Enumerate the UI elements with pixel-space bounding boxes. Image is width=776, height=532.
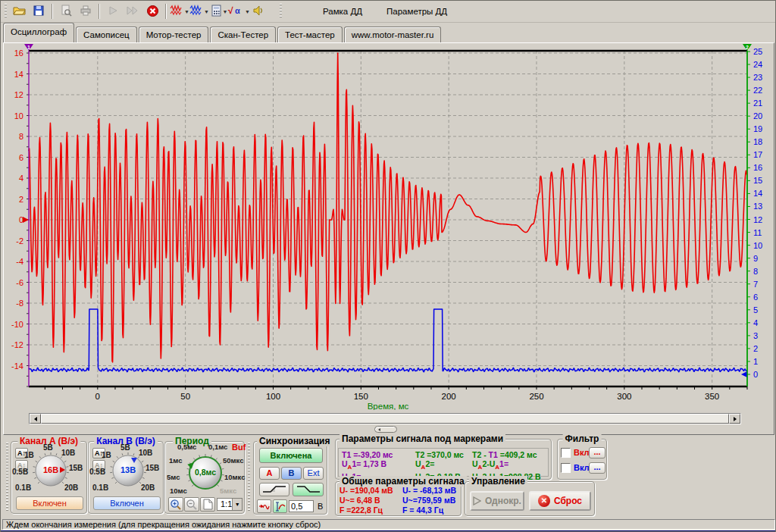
axis-b-tick-label: 3 [753, 331, 758, 340]
channel-a-knob-pointer [60, 467, 65, 473]
dd-params-button[interactable]: Параметры ДД [379, 5, 455, 18]
speaker-icon [252, 5, 264, 18]
axis-a-tick-label: -6 [16, 278, 23, 287]
channel-b-knob-pointer [131, 458, 137, 463]
sound-button[interactable] [249, 2, 268, 20]
filter-b-more-button[interactable]: ... [589, 462, 605, 474]
sync-source-a-button[interactable]: A [259, 467, 280, 480]
rising-edge-icon [261, 483, 288, 494]
tab-test-master[interactable]: Тест-мастер [277, 27, 343, 42]
channel-b-enabled-button[interactable]: Включен [93, 496, 161, 510]
save-button[interactable] [30, 2, 48, 20]
new-page-button[interactable] [200, 497, 215, 512]
axis-b: 0123456789101112131415161718192021222324… [741, 47, 762, 386]
fast-forward-button[interactable] [124, 2, 142, 20]
axis-x-tick-label: 50 [180, 392, 190, 401]
axis-b-tick-label: 13 [753, 202, 762, 211]
knob-scale-label: 20В [64, 483, 78, 492]
print-button[interactable] [77, 2, 95, 20]
reset-button[interactable]: ✕ Сброс [529, 491, 591, 511]
sync-level-input[interactable] [289, 500, 314, 512]
svg-text:2: 2 [746, 45, 749, 50]
tab-motor-tester[interactable]: Мотор-тестер [139, 27, 209, 42]
open-button[interactable] [10, 2, 28, 20]
filter-b-checkbox[interactable] [561, 463, 571, 473]
auto-trigger-icon [258, 502, 270, 511]
tab-website[interactable]: www.motor-master.ru [344, 27, 442, 42]
zoom-in-button[interactable] [168, 497, 183, 512]
zoom-out-button[interactable] [184, 497, 199, 512]
oscilloscope-plot[interactable]: -14-12-10-8-6-4-202468101214160123456789… [5, 43, 773, 410]
play-button[interactable] [104, 2, 122, 20]
sync-rising-edge-button[interactable] [259, 483, 289, 496]
knob-scale-label: 5В [43, 443, 53, 452]
axis-a-tick-label: -12 [11, 340, 23, 349]
axis-a-tick-label: 8 [19, 132, 23, 141]
sync-enabled-button[interactable]: Включена [259, 448, 323, 463]
sync-falling-edge-button[interactable] [293, 483, 324, 496]
sync-mode-button[interactable] [257, 499, 271, 513]
horizontal-scrollbar[interactable] [29, 413, 741, 424]
filter-a-checkbox[interactable] [561, 448, 571, 458]
axis-b-tick-label: 6 [753, 293, 758, 302]
axis-a-tick-label: -4 [16, 257, 23, 266]
channel-b-group: Канал B (В/э) A↕ A↕ 5В 10В 15В 20В 0.1В … [88, 441, 164, 514]
knob-scale-label: 10мс [170, 487, 187, 495]
sync-title: Синхронизация [257, 436, 333, 446]
scroll-right-button[interactable] [729, 414, 740, 424]
knob-scale-label: 1мс [169, 456, 182, 465]
toolbar-separator [99, 4, 100, 19]
svg-text:√: √ [228, 5, 233, 16]
knob-scale-label: 0.5В [89, 468, 105, 476]
axis-a-tick-label: 6 [19, 153, 23, 162]
channel-b-zero-marker[interactable] [741, 371, 747, 377]
chevron-down-icon[interactable]: ▼ [232, 499, 242, 510]
splitter-grip[interactable] [374, 426, 397, 433]
single-shot-button[interactable]: Однокр. [470, 491, 524, 511]
knob-scale-label: 10В [139, 449, 152, 457]
tab-bar: Осциллограф Самописец Мотор-тестер Скан-… [1, 23, 776, 42]
sync-level-button[interactable] [273, 499, 287, 513]
filter-a-more-button[interactable]: ... [589, 447, 605, 458]
scroll-left-button[interactable] [30, 414, 41, 424]
marker-1[interactable]: 1 [24, 44, 33, 386]
dd-frame-button[interactable]: Рамка ДД [315, 5, 370, 18]
channel-a-enabled-button[interactable]: Включен [16, 496, 83, 510]
print-preview-button[interactable] [57, 2, 75, 20]
axis-x: 050100150200250300350Время, мс [45, 386, 747, 410]
channel-a-settings-button[interactable]: ▼ [171, 2, 189, 20]
b-ac-value: U~=759,59 мВ [402, 496, 456, 505]
channel-a-trace [29, 53, 747, 362]
calculator-button[interactable]: ▼ [210, 2, 228, 20]
axis-b-tick-label: 14 [753, 189, 762, 198]
panel-gripper [6, 443, 8, 511]
tab-scan-tester[interactable]: Скан-Тестер [210, 27, 276, 42]
axis-b-tick-label: 16 [753, 163, 762, 172]
sync-source-ext-button[interactable]: Ext [303, 467, 324, 480]
axis-b-tick-label: 19 [753, 124, 762, 133]
filter-b-label: Вкл [574, 463, 590, 472]
knob-scale-label: 1В [102, 451, 111, 459]
toolbar: ▼ ▼ ▼ √α▼ Рамка ДД Параметры ДД [1, 1, 776, 23]
falling-edge-icon [295, 483, 322, 494]
x-axis-label: Время, мс [368, 402, 409, 410]
zoom-ratio-combo[interactable]: 1:1 ▼ [217, 498, 242, 511]
axis-b-tick-label: 17 [753, 150, 762, 159]
tab-recorder[interactable]: Самописец [76, 27, 137, 42]
zoom-out-icon [186, 499, 198, 511]
axis-x-tick-label: 350 [705, 392, 719, 401]
a-ac-value: U~= 6,48 В [340, 496, 393, 505]
axis-a-tick-label: 16 [14, 49, 23, 58]
scrollbar-thumb[interactable] [41, 414, 729, 424]
channel-b-settings-button[interactable]: ▼ [190, 2, 208, 20]
channel-a-group: Канал A (В/э) A↕ A↕ 5В 10В 15В 20В 0.1В … [11, 441, 87, 514]
axis-a-tick-label: 4 [19, 174, 23, 183]
sync-source-b-button[interactable]: B [281, 467, 302, 480]
stop-button[interactable] [143, 2, 161, 20]
buffer-mode-label: Buf [232, 443, 246, 452]
period-group: Период 0,5мс 0,1мс 50мкс 10мкс 5мкс 10мс… [164, 441, 245, 514]
math-button[interactable]: √α▼ [230, 2, 248, 20]
control-title: Управление [469, 476, 527, 487]
tab-oscilloscope[interactable]: Осциллограф [3, 23, 74, 42]
channel-a-zero-marker[interactable] [23, 217, 29, 223]
